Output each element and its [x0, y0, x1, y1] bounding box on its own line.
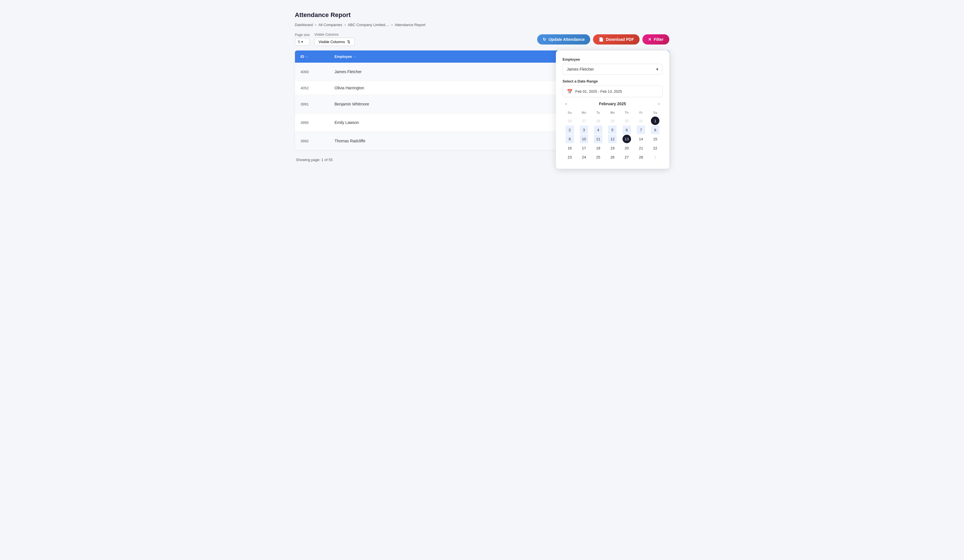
calendar-week-5: 23 24 25 26 27 28 1 [563, 153, 663, 161]
cal-day-7[interactable]: 7 [637, 125, 645, 134]
visible-columns-button[interactable]: Visible Columns ⇅ [314, 38, 355, 46]
cal-dh-su: Su [563, 110, 577, 116]
employee-dropdown[interactable]: James Fletcher ▾ [563, 64, 663, 75]
cal-day-14[interactable]: 14 [637, 135, 645, 143]
cell-id: 4052 [301, 86, 335, 90]
date-range-value: Feb 01, 2025 - Feb 13, 2025 [575, 89, 622, 94]
sort-icon-employee: ↑↓ [353, 55, 356, 58]
cal-day-23[interactable]: 23 [565, 153, 574, 161]
cal-day-9[interactable]: 9 [565, 135, 574, 143]
calendar: ‹ February 2025 › Su Mo Tu We Th Fr Sa [563, 101, 663, 161]
breadcrumb-companies[interactable]: All Companies [319, 23, 342, 27]
cal-day-13[interactable]: 13 [622, 135, 631, 143]
layout-wrapper: ID ↑↓ Employee ↑↓ Date ↑↓ St 4093 James [295, 50, 669, 150]
top-bar-left: Page size 5 ▾ Visible Columns Visible Co… [295, 33, 355, 46]
breadcrumb-report: Attendance Report [395, 23, 425, 27]
cal-day-17[interactable]: 17 [580, 144, 588, 152]
cal-day-4[interactable]: 4 [594, 125, 602, 134]
calendar-next-button[interactable]: › [656, 101, 661, 107]
calendar-icon: 📅 [567, 89, 573, 94]
cell-employee: Benjamin Whitmore [335, 102, 578, 106]
page-title: Attendance Report [295, 11, 669, 19]
cal-day-29-prev[interactable]: 29 [608, 117, 617, 125]
cal-day-30-prev[interactable]: 30 [622, 117, 631, 125]
cell-employee: James Fletcher [335, 70, 578, 74]
cal-day-24[interactable]: 24 [580, 153, 588, 161]
cal-day-3[interactable]: 3 [580, 125, 588, 134]
cell-id: 3991 [301, 102, 335, 106]
sort-arrows-icon: ⇅ [347, 40, 350, 44]
cal-dh-mo: Mo [577, 110, 591, 116]
calendar-prev-button[interactable]: ‹ [564, 101, 568, 107]
cal-day-22[interactable]: 22 [651, 144, 659, 152]
top-bar-right: ↻ Update Attendance 📄 Download PDF ✕ Fil… [537, 34, 669, 44]
refresh-icon: ↻ [543, 37, 546, 42]
cal-day-25[interactable]: 25 [594, 153, 602, 161]
calendar-header: ‹ February 2025 › [563, 101, 663, 107]
cell-employee: Olivia Harrington [335, 86, 578, 90]
calendar-week-4: 16 17 18 19 20 21 22 [563, 144, 663, 152]
breadcrumb-company[interactable]: ABC Company Limited.... [348, 23, 389, 27]
cal-day-28[interactable]: 28 [637, 153, 645, 161]
breadcrumb: Dashboard > All Companies > ABC Company … [295, 23, 669, 27]
cal-day-6[interactable]: 6 [622, 125, 631, 134]
cal-day-31-prev[interactable]: 31 [637, 117, 645, 125]
filter-panel: Employee James Fletcher ▾ Select a Date … [556, 50, 669, 169]
employee-dropdown-value: James Fletcher [567, 67, 594, 72]
cal-day-12[interactable]: 12 [608, 135, 617, 143]
update-label: Update Attendance [549, 37, 585, 42]
cal-dh-we: We [605, 110, 619, 116]
cal-day-1-next[interactable]: 1 [651, 153, 659, 161]
pagination-showing: Showing page: 1 of 55 [296, 158, 333, 162]
cal-day-18[interactable]: 18 [594, 144, 602, 152]
breadcrumb-sep-3: > [391, 23, 393, 27]
top-bar: Page size 5 ▾ Visible Columns Visible Co… [295, 33, 669, 46]
cal-day-16[interactable]: 16 [565, 144, 574, 152]
breadcrumb-sep-1: > [314, 23, 317, 27]
cal-day-27-prev[interactable]: 27 [580, 117, 588, 125]
calendar-grid: Su Mo Tu We Th Fr Sa 26 27 28 29 30 [563, 110, 663, 161]
cal-day-28-prev[interactable]: 28 [594, 117, 602, 125]
close-icon: ✕ [648, 37, 651, 42]
calendar-week-3: 9 10 11 12 13 14 15 [563, 135, 663, 143]
cell-id: 4093 [301, 70, 335, 74]
cal-day-8[interactable]: 8 [651, 125, 659, 134]
th-id[interactable]: ID ↑↓ [301, 54, 335, 59]
filter-label: Filter [654, 37, 663, 42]
calendar-day-headers: Su Mo Tu We Th Fr Sa [563, 110, 663, 116]
chevron-down-icon: ▾ [656, 67, 658, 72]
cal-day-19[interactable]: 19 [608, 144, 617, 152]
breadcrumb-dashboard[interactable]: Dashboard [295, 23, 313, 27]
cal-day-11[interactable]: 11 [594, 135, 602, 143]
calendar-week-2: 2 3 4 5 6 7 8 [563, 125, 663, 134]
cal-day-27[interactable]: 27 [622, 153, 631, 161]
cal-day-1[interactable]: 1 [651, 117, 659, 125]
cal-day-21[interactable]: 21 [637, 144, 645, 152]
cal-day-5[interactable]: 5 [608, 125, 617, 134]
page-size-wrapper: Page size 5 ▾ [295, 33, 310, 46]
date-range-label: Select a Date Range [563, 79, 663, 83]
cal-day-10[interactable]: 10 [580, 135, 588, 143]
th-employee[interactable]: Employee ↑↓ [335, 54, 578, 59]
cal-day-26-prev[interactable]: 26 [565, 117, 574, 125]
update-attendance-button[interactable]: ↻ Update Attendance [537, 34, 590, 44]
th-id-label: ID [301, 54, 305, 59]
download-pdf-button[interactable]: 📄 Download PDF [593, 34, 640, 44]
cal-day-15[interactable]: 15 [651, 135, 659, 143]
cal-day-2[interactable]: 2 [565, 125, 574, 134]
cell-id: 3995 [301, 120, 335, 125]
filter-button[interactable]: ✕ Filter [642, 34, 669, 44]
cal-dh-fr: Fr [634, 110, 648, 116]
cell-employee: Emily Lawson [335, 120, 578, 125]
pdf-icon: 📄 [599, 37, 604, 42]
page-size-select[interactable]: 5 ▾ [295, 38, 310, 46]
date-range-display[interactable]: 📅 Feb 01, 2025 - Feb 13, 2025 [563, 86, 663, 97]
cal-dh-sa: Sa [648, 110, 662, 116]
visible-columns-label-top: Visible Columns [314, 33, 355, 37]
cal-day-20[interactable]: 20 [622, 144, 631, 152]
th-employee-label: Employee [335, 54, 352, 59]
cell-employee: Thomas Radcliffe [335, 138, 578, 143]
download-label: Download PDF [606, 37, 634, 42]
cal-day-26[interactable]: 26 [608, 153, 617, 161]
sort-icon-id: ↑↓ [305, 55, 308, 58]
